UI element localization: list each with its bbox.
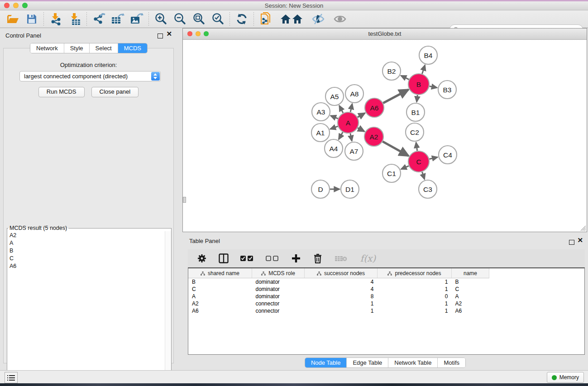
tab-select[interactable]: Select (90, 43, 118, 53)
mcds-result-item[interactable]: C (7, 254, 165, 262)
edge-A-A5[interactable] (339, 105, 343, 113)
tab-motifs[interactable]: Motifs (438, 358, 465, 367)
edge-A-A3[interactable] (330, 116, 338, 119)
column-header-name[interactable]: name (452, 268, 489, 278)
home-icon[interactable] (280, 12, 304, 26)
table-cell[interactable]: 4 (305, 278, 378, 286)
edge-B-B3[interactable] (430, 86, 437, 87)
tab-style[interactable]: Style (64, 43, 90, 53)
table-cell[interactable]: connector (252, 307, 305, 315)
table-cell[interactable]: A6 (452, 307, 489, 315)
table-cell[interactable]: 1 (305, 300, 378, 307)
table-cell[interactable]: C (452, 286, 489, 293)
zoom-out-icon[interactable] (172, 12, 187, 26)
table-row[interactable]: Cdominator41C (188, 286, 585, 293)
resize-grip-icon[interactable] (579, 224, 586, 231)
table-cell[interactable]: A2 (188, 300, 252, 307)
mcds-result-item[interactable]: A6 (7, 262, 165, 270)
column-layout-icon[interactable] (218, 253, 229, 264)
table-row[interactable]: Adominator80A (188, 293, 585, 300)
column-header-successor-nodes[interactable]: successor nodes (305, 268, 378, 278)
tab-node-table[interactable]: Node Table (305, 358, 347, 367)
close-panel-button[interactable]: Close panel (91, 87, 139, 97)
mcds-result-item[interactable]: A2 (7, 231, 165, 239)
edge-A6-B[interactable] (383, 90, 408, 103)
edge-A-A1[interactable] (330, 126, 338, 129)
table-cell[interactable]: A (188, 293, 252, 300)
task-history-button[interactable] (5, 372, 18, 383)
edge-B-B1[interactable] (417, 95, 418, 102)
close-table-panel-icon[interactable]: ✕ (577, 237, 583, 243)
edge-A2-C[interactable] (382, 142, 408, 156)
table-cell[interactable]: 1 (378, 286, 452, 293)
float-panel-icon[interactable] (158, 33, 163, 38)
table-cell[interactable]: B (452, 278, 489, 286)
edge-C-C1[interactable] (401, 166, 409, 169)
run-mcds-button[interactable]: Run MCDS (38, 87, 85, 97)
optimization-select[interactable]: largest connected component (directed) (19, 71, 161, 81)
edge-B-B2[interactable] (401, 76, 409, 80)
memory-button[interactable]: Memory (547, 372, 584, 383)
table-cell[interactable]: 1 (378, 307, 452, 315)
edge-C-C2[interactable] (416, 143, 417, 151)
mcds-result-item[interactable]: B (7, 247, 165, 254)
import-network-icon[interactable] (48, 12, 63, 26)
refresh-icon[interactable] (234, 12, 249, 26)
tab-mcds[interactable]: MCDS (118, 43, 147, 53)
settings-gear-icon[interactable] (196, 253, 208, 264)
mcds-result-item[interactable]: A (7, 239, 165, 247)
table-cell[interactable]: 0 (378, 293, 452, 300)
float-table-panel-icon[interactable] (569, 240, 574, 245)
mcds-result-list[interactable]: A2ABCA6 (7, 231, 165, 379)
table-cell[interactable]: B (188, 278, 252, 286)
table-row[interactable]: A6connector11A6 (188, 307, 585, 315)
zoom-fit-icon[interactable] (191, 12, 206, 26)
table-row[interactable]: Bdominator41B (188, 278, 585, 286)
panel-edge-handle[interactable] (183, 197, 186, 203)
tab-network[interactable]: Network (30, 43, 64, 53)
table-cell[interactable]: dominator (252, 286, 305, 293)
edge-B-B4[interactable] (422, 65, 425, 74)
import-table-icon[interactable] (67, 12, 82, 26)
edge-A-A7[interactable] (350, 133, 352, 141)
table-cell[interactable]: 1 (305, 307, 378, 315)
table-cell[interactable]: 8 (305, 293, 378, 300)
export-image-icon[interactable] (129, 12, 144, 26)
tab-edge-table[interactable]: Edge Table (347, 358, 388, 367)
table-cell[interactable]: C (188, 286, 252, 293)
edge-C-C3[interactable] (422, 172, 424, 179)
edge-A-A6[interactable] (358, 113, 365, 117)
column-header-MCDS-role[interactable]: MCDS role (252, 268, 305, 278)
edge-A-A4[interactable] (339, 132, 343, 139)
hide-details-icon[interactable] (311, 12, 325, 26)
zoom-in-icon[interactable] (153, 12, 168, 26)
add-column-icon[interactable] (290, 253, 302, 264)
table-cell[interactable]: dominator (252, 293, 305, 300)
network-window-titlebar[interactable]: testGlobe.txt (183, 29, 587, 40)
table-cell[interactable]: 4 (305, 286, 378, 293)
mcds-result-scrollbar[interactable] (165, 231, 171, 379)
table-cell[interactable]: 1 (378, 300, 452, 307)
table-cell[interactable]: A (452, 293, 489, 300)
show-details-icon[interactable] (333, 12, 347, 26)
table-row[interactable]: A2connector11A2 (188, 300, 585, 307)
new-network-icon[interactable] (258, 12, 273, 26)
unselect-all-icon[interactable] (265, 253, 280, 264)
table-cell[interactable]: A6 (188, 307, 252, 315)
table-cell[interactable]: A2 (452, 300, 489, 307)
save-session-icon[interactable] (24, 12, 39, 26)
node-table[interactable]: shared nameMCDS rolesuccessor nodesprede… (188, 268, 585, 315)
delete-table-icon[interactable] (334, 253, 348, 264)
table-cell[interactable]: 1 (378, 278, 452, 286)
table-cell[interactable]: connector (252, 300, 305, 307)
edge-C-C4[interactable] (429, 157, 437, 159)
delete-column-icon[interactable] (312, 253, 324, 264)
select-all-icon[interactable] (239, 253, 255, 264)
network-graph[interactable]: AA1A3A5A8A4A7A6A2BB2B4B3B1CC2C4C1C3DD1 (183, 40, 587, 232)
zoom-selected-icon[interactable] (210, 12, 225, 26)
tab-network-table[interactable]: Network Table (388, 358, 438, 367)
network-canvas[interactable]: AA1A3A5A8A4A7A6A2BB2B4B3B1CC2C4C1C3DD1 (183, 40, 587, 232)
column-header-predecessor-nodes[interactable]: predecessor nodes (378, 268, 452, 278)
column-header-shared-name[interactable]: shared name (188, 268, 252, 278)
edge-A-A8[interactable] (350, 104, 352, 112)
